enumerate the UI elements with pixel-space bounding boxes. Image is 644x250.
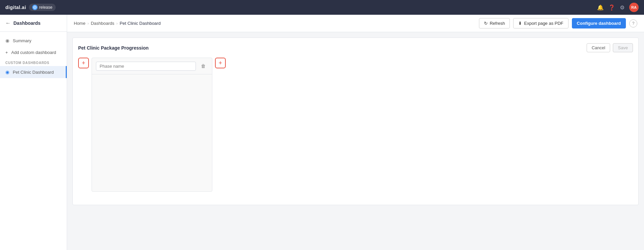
add-right-icon: + — [219, 60, 222, 67]
cancel-button[interactable]: Cancel — [587, 43, 610, 52]
download-icon: ⬇ — [518, 21, 522, 26]
help-icon[interactable]: ❓ — [608, 4, 615, 11]
configure-dashboard-button[interactable]: Configure dashboard — [572, 18, 626, 28]
phase-column-header: 🗑 — [92, 58, 212, 74]
breadcrumb-actions: ↻ Refresh ⬇ Export page as PDF Configure… — [479, 18, 637, 28]
release-icon — [32, 5, 38, 10]
add-icon: + — [5, 50, 8, 55]
widget-header: Pet Clinic Package Progression Cancel Sa… — [78, 43, 633, 52]
phase-editor: + 🗑 + — [78, 58, 633, 192]
breadcrumb-sep-2: › — [116, 21, 118, 26]
sidebar-item-label: Summary — [13, 38, 32, 43]
custom-dashboards-label: CUSTOM DASHBOARDS — [0, 58, 67, 66]
main-layout: ← Dashboards ◉ Summary + Add custom dash… — [0, 15, 644, 250]
configure-label: Configure dashboard — [577, 21, 621, 26]
refresh-icon: ↻ — [484, 21, 488, 26]
save-button: Save — [613, 43, 633, 52]
content-area: Home › Dashboards › Pet Clinic Dashboard… — [67, 15, 644, 250]
topbar: digital.ai release 🔔 ❓ ⚙ RA — [0, 0, 644, 15]
avatar[interactable]: RA — [629, 3, 639, 12]
phase-delete-button[interactable]: 🗑 — [199, 61, 208, 71]
sidebar-item-pet-clinic[interactable]: ◉ Pet Clinic Dashboard — [0, 66, 67, 78]
add-left-icon: + — [82, 60, 86, 67]
widget-actions: Cancel Save — [587, 43, 633, 52]
breadcrumb-sep-1: › — [88, 21, 89, 26]
widget-title: Pet Clinic Package Progression — [78, 45, 149, 51]
dashboard-content: Pet Clinic Package Progression Cancel Sa… — [67, 32, 644, 250]
release-badge: release — [29, 4, 56, 11]
topbar-left: digital.ai release — [5, 4, 56, 11]
brand-logo: digital.ai — [5, 5, 26, 10]
breadcrumb-home[interactable]: Home — [74, 21, 86, 26]
add-phase-right-button[interactable]: + — [215, 58, 226, 68]
breadcrumb: Home › Dashboards › Pet Clinic Dashboard — [74, 21, 161, 26]
help-circle-icon[interactable]: ? — [629, 19, 637, 27]
sidebar-back-button[interactable]: ← Dashboards — [0, 15, 67, 32]
add-phase-left-button[interactable]: + — [78, 58, 89, 68]
breadcrumb-bar: Home › Dashboards › Pet Clinic Dashboard… — [67, 15, 644, 32]
settings-icon[interactable]: ⚙ — [620, 4, 625, 11]
sidebar: ← Dashboards ◉ Summary + Add custom dash… — [0, 15, 67, 250]
refresh-label: Refresh — [490, 21, 505, 26]
phase-name-input[interactable] — [96, 62, 196, 71]
phase-column: 🗑 — [92, 58, 212, 192]
summary-icon: ◉ — [5, 38, 9, 43]
sidebar-add-dashboard[interactable]: + Add custom dashboard — [0, 47, 67, 58]
svg-point-1 — [34, 7, 35, 8]
export-label: Export page as PDF — [524, 21, 563, 26]
sidebar-item-summary[interactable]: ◉ Summary — [0, 35, 67, 47]
sidebar-nav: ◉ Summary + Add custom dashboard CUSTOM … — [0, 32, 67, 81]
export-pdf-button[interactable]: ⬇ Export page as PDF — [513, 18, 568, 28]
back-arrow-icon: ← — [5, 20, 11, 26]
add-dashboard-label: Add custom dashboard — [11, 50, 56, 55]
logo-text: digital.ai — [5, 5, 26, 10]
pet-clinic-icon: ◉ — [5, 69, 9, 75]
sidebar-title: Dashboards — [13, 20, 41, 26]
breadcrumb-dashboards[interactable]: Dashboards — [91, 21, 114, 26]
pet-clinic-label: Pet Clinic Dashboard — [13, 70, 54, 75]
widget-card: Pet Clinic Package Progression Cancel Sa… — [72, 38, 639, 205]
bell-icon[interactable]: 🔔 — [597, 4, 604, 11]
topbar-right: 🔔 ❓ ⚙ RA — [597, 3, 639, 12]
refresh-button[interactable]: ↻ Refresh — [479, 18, 510, 28]
breadcrumb-current: Pet Clinic Dashboard — [120, 21, 161, 26]
release-label: release — [39, 5, 52, 10]
